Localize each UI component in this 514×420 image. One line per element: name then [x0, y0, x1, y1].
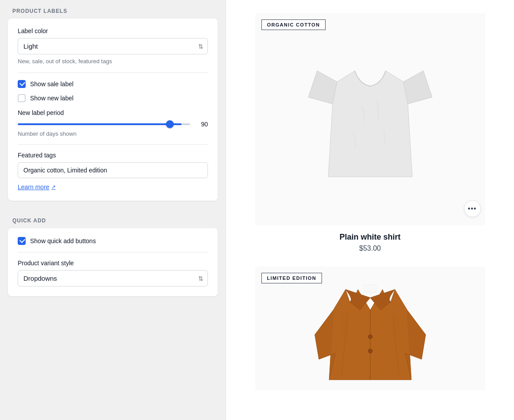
divider-2: [18, 144, 208, 145]
new-label-period-label: New label period: [18, 109, 208, 116]
show-sale-label-checkbox[interactable]: [18, 80, 26, 88]
slider-row: 90: [18, 121, 208, 128]
show-quick-add-row: Show quick add buttons: [18, 237, 208, 245]
divider-3: [18, 252, 208, 252]
show-new-label-row: Show new label: [18, 94, 208, 102]
product-card-2: LIMITED EDITION: [255, 267, 485, 390]
divider-1: [18, 73, 208, 73]
show-quick-add-checkbox[interactable]: [18, 237, 26, 245]
label-color-select-wrapper: Light Dark ⇅: [18, 38, 208, 54]
featured-tags-input[interactable]: [18, 162, 208, 178]
quick-add-section-header: QUICK ADD: [0, 210, 226, 228]
show-new-label-checkbox[interactable]: [18, 94, 26, 102]
quick-add-card: Show quick add buttons Product variant s…: [8, 228, 218, 296]
product-variant-style-label: Product variant style: [18, 260, 208, 267]
product-1-price: $53.00: [255, 244, 485, 252]
slider-value-display: 90: [196, 121, 208, 128]
left-panel: PRODUCT LABELS Label color Light Dark ⇅ …: [0, 0, 226, 420]
product-1-image-wrapper: ORGANIC COTTON: [255, 13, 485, 225]
new-label-period-slider[interactable]: [18, 123, 190, 125]
product-2-image-wrapper: LIMITED EDITION: [255, 267, 485, 390]
product-2-label-badge: LIMITED EDITION: [261, 273, 322, 283]
product-1-tshirt-image: [295, 35, 445, 203]
product-variant-style-select-wrapper: Dropdowns Buttons ⇅: [18, 270, 208, 286]
product-card-1: ORGANIC COTTON: [255, 13, 485, 252]
external-link-icon: ↗: [51, 184, 56, 190]
label-color-label: Label color: [18, 27, 208, 34]
right-panel: ORGANIC COTTON: [226, 0, 514, 420]
slider-helper-text: Number of days shown: [18, 130, 208, 137]
new-label-period-section: New label period 90 Number of days shown: [18, 109, 208, 137]
product-1-name: Plain white shirt: [255, 233, 485, 242]
product-labels-card: Label color Light Dark ⇅ New, sale, out …: [8, 19, 218, 201]
show-sale-label-row: Show sale label: [18, 80, 208, 88]
show-sale-label-text: Show sale label: [30, 80, 73, 88]
learn-more-text: Learn more: [18, 183, 50, 191]
svg-rect-0: [364, 285, 376, 293]
product-variant-style-select[interactable]: Dropdowns Buttons: [18, 270, 208, 286]
learn-more-link[interactable]: Learn more ↗: [18, 183, 56, 191]
show-new-label-text: Show new label: [30, 95, 73, 102]
product-labels-section-header: PRODUCT LABELS: [0, 0, 226, 19]
product-1-info: Plain white shirt $53.00: [255, 225, 485, 252]
label-color-select[interactable]: Light Dark: [18, 38, 208, 54]
show-quick-add-text: Show quick add buttons: [30, 237, 96, 244]
product-1-more-button[interactable]: •••: [464, 200, 481, 217]
featured-tags-label: Featured tags: [18, 152, 208, 159]
product-1-label-badge: ORGANIC COTTON: [261, 19, 326, 30]
label-color-helper: New, sale, out of stock, featured tags: [18, 57, 208, 65]
